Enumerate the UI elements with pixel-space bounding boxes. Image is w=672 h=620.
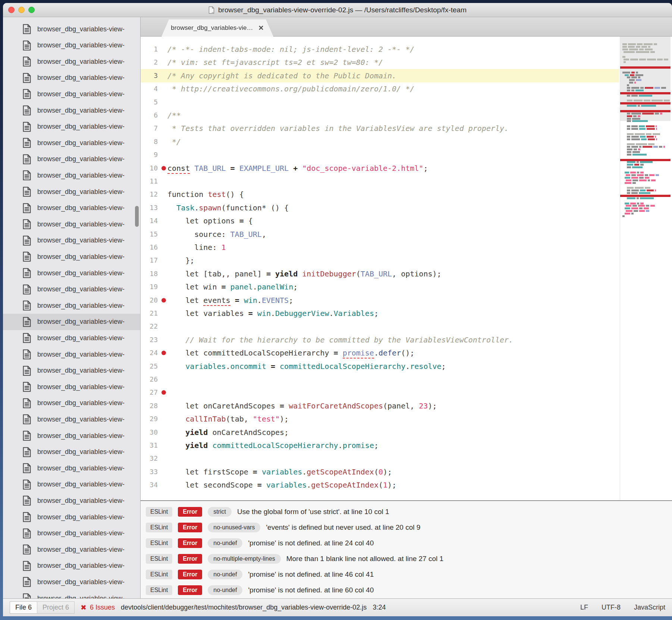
line-number[interactable]: 28 xyxy=(141,399,158,413)
line-number[interactable]: 2 xyxy=(141,56,158,69)
line-number[interactable]: 16 xyxy=(141,241,158,254)
code-line[interactable]: 2/* vim: set ft=javascript ts=2 et sw=2 … xyxy=(141,56,619,69)
tab-close-icon[interactable]: ✕ xyxy=(258,24,264,32)
line-number[interactable]: 23 xyxy=(141,333,158,347)
statusbar-item-utf-8[interactable]: UTF-8 xyxy=(602,604,621,611)
statusbar-item-javascript[interactable]: JavaScript xyxy=(634,604,665,611)
file-list-item[interactable]: browser_dbg_variables-view- xyxy=(3,509,140,525)
code-line[interactable]: 34 let secondScope = variables.getScopeA… xyxy=(141,478,619,492)
line-number[interactable]: 8 xyxy=(141,135,158,148)
file-list-item[interactable]: browser_dbg_variables-view- xyxy=(3,590,140,598)
line-number[interactable]: 12 xyxy=(141,188,158,201)
line-number[interactable]: 11 xyxy=(141,175,158,188)
line-number[interactable]: 34 xyxy=(141,478,158,492)
file-list-item[interactable]: browser_dbg_variables-view- xyxy=(3,379,140,395)
line-number[interactable]: 18 xyxy=(141,267,158,281)
file-list-item[interactable]: browser_dbg_variables-view- xyxy=(3,86,140,102)
lint-error-dot-icon[interactable] xyxy=(161,390,166,395)
file-list-item[interactable]: browser_dbg_variables-view- xyxy=(3,297,140,314)
code-line[interactable]: 15 source: TAB_URL, xyxy=(141,228,619,241)
line-number[interactable]: 6 xyxy=(141,109,158,122)
file-list-item[interactable]: browser_dbg_variables-view- xyxy=(3,232,140,249)
file-list-item[interactable]: browser_dbg_variables-view- xyxy=(3,558,140,574)
code-line[interactable]: 25 variables.oncommit = committedLocalSc… xyxy=(141,360,619,373)
code-line[interactable]: 26 xyxy=(141,373,619,386)
line-number[interactable]: 10 xyxy=(141,162,158,175)
line-number[interactable]: 4 xyxy=(141,82,158,95)
file-list-item[interactable]: browser_dbg_variables-view- xyxy=(3,346,140,363)
tab-active-file[interactable]: browser_dbg_variables-vie… ✕ xyxy=(161,19,273,37)
code-line[interactable]: 9 xyxy=(141,148,619,162)
code-line[interactable]: 11 xyxy=(141,175,619,188)
line-number[interactable]: 5 xyxy=(141,95,158,109)
code-line[interactable]: 18 let [tab,, panel] = yield initDebugge… xyxy=(141,267,619,281)
file-list-item[interactable]: browser_dbg_variables-view- xyxy=(3,411,140,428)
minimap[interactable] xyxy=(620,37,671,500)
line-number[interactable]: 31 xyxy=(141,439,158,452)
file-list-item[interactable]: browser_dbg_variables-view- xyxy=(3,314,140,330)
code-line[interactable]: 3/* Any copyright is dedicated to the Pu… xyxy=(141,69,619,82)
code-line[interactable]: 17 }; xyxy=(141,254,619,267)
file-path[interactable]: devtools/client/debugger/test/mochitest/… xyxy=(121,604,367,611)
code-line[interactable]: 14 let options = { xyxy=(141,214,619,228)
line-number[interactable]: 22 xyxy=(141,320,158,333)
file-list-item[interactable]: browser_dbg_variables-view- xyxy=(3,53,140,70)
code-line[interactable]: 24 let committedLocalScopeHierarchy = pr… xyxy=(141,346,619,360)
lint-result-row[interactable]: ESLintErrorno-undef'promise' is not defi… xyxy=(141,582,672,598)
file-list-item[interactable]: browser_dbg_variables-view- xyxy=(3,216,140,232)
code-line[interactable]: 23 // Wait for the hierarchy to be commi… xyxy=(141,333,619,347)
line-number[interactable]: 20 xyxy=(141,294,158,307)
code-line[interactable]: 6/** xyxy=(141,109,619,122)
file-list-item[interactable]: browser_dbg_variables-view- xyxy=(3,444,140,460)
line-number[interactable]: 17 xyxy=(141,254,158,267)
statusbar-item-lf[interactable]: LF xyxy=(580,604,588,611)
line-number[interactable]: 24 xyxy=(141,346,158,360)
file-list-item[interactable]: browser_dbg_variables-view- xyxy=(3,492,140,509)
file-list-item[interactable]: browser_dbg_variables-view- xyxy=(3,574,140,590)
close-window-button[interactable] xyxy=(8,7,15,13)
code-line[interactable]: 32 xyxy=(141,452,619,465)
code-line[interactable]: 33 let firstScope = variables.getScopeAt… xyxy=(141,465,619,479)
file-list-item[interactable]: browser_dbg_variables-view- xyxy=(3,37,140,54)
file-list-item[interactable]: browser_dbg_variables-view- xyxy=(3,135,140,151)
line-number[interactable]: 30 xyxy=(141,426,158,439)
lint-result-row[interactable]: ESLintErrorno-unused-vars'events' is def… xyxy=(141,520,672,535)
code-line[interactable]: 7 * Tests that overridden variables in t… xyxy=(141,122,619,135)
line-number[interactable]: 15 xyxy=(141,228,158,241)
file-list-item[interactable]: browser_dbg_variables-view- xyxy=(3,281,140,298)
code-line[interactable]: 5 xyxy=(141,95,619,109)
file-list-item[interactable]: browser_dbg_variables-view- xyxy=(3,184,140,200)
file-list-item[interactable]: browser_dbg_variables-view- xyxy=(3,265,140,281)
line-number[interactable]: 32 xyxy=(141,452,158,465)
file-list-item[interactable]: browser_dbg_variables-view- xyxy=(3,460,140,476)
line-number[interactable]: 21 xyxy=(141,307,158,320)
lint-result-row[interactable]: ESLintErrorno-undef'promise' is not defi… xyxy=(141,535,672,551)
file-list-item[interactable]: browser_dbg_variables-view- xyxy=(3,200,140,216)
file-list-item[interactable]: browser_dbg_variables-view- xyxy=(3,167,140,184)
line-number[interactable]: 7 xyxy=(141,122,158,135)
code-line[interactable]: 31 yield committedLocalScopeHierarchy.pr… xyxy=(141,439,619,452)
file-list-item[interactable]: browser_dbg_variables-view- xyxy=(3,21,140,37)
file-list-item[interactable]: browser_dbg_variables-view- xyxy=(3,70,140,86)
file-list-item[interactable]: browser_dbg_variables-view- xyxy=(3,102,140,119)
file-list-item[interactable]: browser_dbg_variables-view- xyxy=(3,151,140,167)
file-list-item[interactable]: browser_dbg_variables-view- xyxy=(3,363,140,379)
file-list-item[interactable]: browser_dbg_variables-view- xyxy=(3,330,140,346)
code-line[interactable]: 28 let onCaretAndScopes = waitForCaretAn… xyxy=(141,399,619,413)
line-number[interactable]: 33 xyxy=(141,465,158,479)
line-number[interactable]: 26 xyxy=(141,373,158,386)
file-list-item[interactable]: browser_dbg_variables-view- xyxy=(3,119,140,135)
code-line[interactable]: 29 callInTab(tab, "test"); xyxy=(141,412,619,426)
cursor-position[interactable]: 3:24 xyxy=(373,604,386,611)
line-number[interactable]: 19 xyxy=(141,280,158,294)
line-number[interactable]: 9 xyxy=(141,148,158,162)
file-list-item[interactable]: browser_dbg_variables-view- xyxy=(3,476,140,493)
lint-result-row[interactable]: ESLintErrorno-multiple-empty-linesMore t… xyxy=(141,551,672,567)
file-list-item[interactable]: browser_dbg_variables-view- xyxy=(3,525,140,542)
code-editor[interactable]: 1/* -*- indent-tabs-mode: nil; js-indent… xyxy=(141,37,672,500)
code-line[interactable]: 30 yield onCaretAndScopes; xyxy=(141,426,619,439)
code-line[interactable]: 27 xyxy=(141,386,619,399)
file-list-item[interactable]: browser_dbg_variables-view- xyxy=(3,248,140,265)
code-line[interactable]: 1/* -*- indent-tabs-mode: nil; js-indent… xyxy=(141,43,619,56)
line-number[interactable]: 13 xyxy=(141,201,158,215)
